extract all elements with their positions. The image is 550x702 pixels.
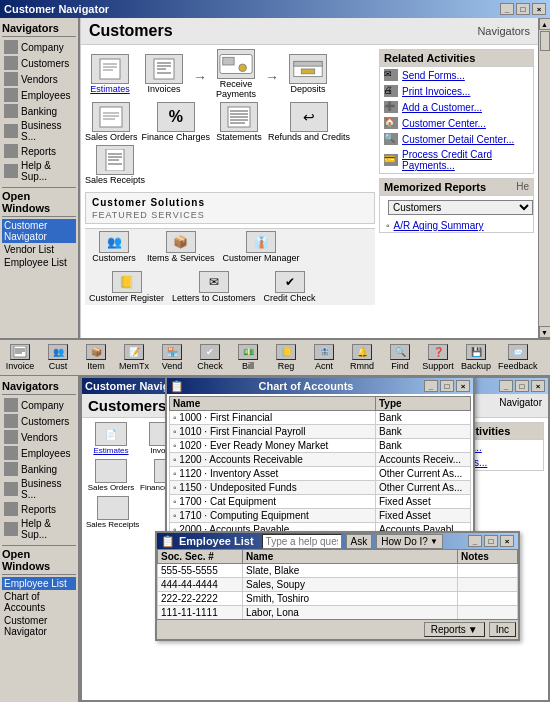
table-row[interactable]: ◦ 1710 · Computing EquipmentFixed Asset: [170, 509, 471, 523]
emp-max-btn[interactable]: □: [484, 535, 498, 547]
bottom-nav-vendors[interactable]: Vendors: [2, 429, 76, 445]
nav-item-banking[interactable]: Banking: [2, 103, 76, 119]
bottom-nav-employees[interactable]: Employees: [2, 445, 76, 461]
toolbar-find[interactable]: 🔍 Find: [384, 344, 416, 371]
table-row[interactable]: 555-55-5555Slate, Blake: [158, 564, 518, 578]
table-row[interactable]: ◦ 1020 · Ever Ready Money MarketBank: [170, 439, 471, 453]
nav-item-business[interactable]: Business S...: [2, 119, 76, 143]
emp-ask-btn[interactable]: Ask: [346, 534, 373, 549]
customer-register-icon[interactable]: 📒 Customer Register: [89, 271, 164, 303]
toolbar-bill[interactable]: 💵 Bill: [232, 344, 264, 371]
emp-inc-btn[interactable]: Inc: [489, 622, 516, 637]
ra-customer-detail[interactable]: 🔍 Customer Detail Center...: [380, 131, 533, 147]
bottom-toolbar: Invoice 👥 Cust 📦 Item 📝 MemTx 🏪 Vend ✔ C…: [0, 340, 550, 376]
toolbar-cust[interactable]: 👥 Cust: [42, 344, 74, 371]
bottom-estimates[interactable]: 📄 Estimates: [86, 422, 136, 455]
bottom-nav-label: Navigator: [499, 397, 542, 414]
open-window-employee-list[interactable]: Employee List: [2, 256, 76, 269]
business-icon: [4, 124, 18, 138]
finance-charges-icon-item[interactable]: % Finance Charges: [142, 102, 211, 143]
scroll-down[interactable]: ▼: [539, 326, 551, 338]
mr-dropdown[interactable]: Customers: [388, 200, 533, 215]
emp-help-input[interactable]: [262, 534, 342, 549]
table-row[interactable]: 222-22-2222Smith, Toshiro: [158, 592, 518, 606]
cs-subtitle: FEATURED SERVICES: [92, 210, 205, 220]
nav-item-reports[interactable]: Reports: [2, 143, 76, 159]
nav-item-company[interactable]: Company: [2, 39, 76, 55]
customers-bottom-icon[interactable]: 👥 Customers: [89, 231, 139, 263]
toolbar-check[interactable]: ✔ Check: [194, 344, 226, 371]
bottom-nav-banking[interactable]: Banking: [2, 461, 76, 477]
table-row[interactable]: ◦ 1700 · Cat EquipmentFixed Asset: [170, 495, 471, 509]
bottom-nav-customers[interactable]: Customers: [2, 413, 76, 429]
bottom-ow-employee[interactable]: Employee List: [2, 577, 76, 590]
letters-icon[interactable]: ✉ Letters to Customers: [172, 271, 256, 303]
bottom-cust-min[interactable]: _: [499, 380, 513, 392]
table-row[interactable]: ◦ 1200 · Accounts ReceivableAccounts Rec…: [170, 453, 471, 467]
bottom-ow-custnav[interactable]: Customer Navigator: [2, 614, 76, 638]
table-row[interactable]: ◦ 1010 · First Financial PayrollBank: [170, 425, 471, 439]
open-window-vendor-list[interactable]: Vendor List: [2, 243, 76, 256]
bottom-sales-receipts[interactable]: Sales Receipts: [86, 496, 139, 529]
emp-min-btn[interactable]: _: [468, 535, 482, 547]
scroll-thumb[interactable]: [540, 31, 550, 51]
credit-check-icon[interactable]: ✔ Credit Check: [264, 271, 316, 303]
statements-icon-item[interactable]: Statements: [214, 102, 264, 143]
scroll-up[interactable]: ▲: [539, 18, 551, 30]
open-window-customer-nav[interactable]: Customer Navigator: [2, 219, 76, 243]
toolbar-backup[interactable]: 💾 Backup: [460, 344, 492, 371]
toolbar-vend[interactable]: 🏪 Vend: [156, 344, 188, 371]
sales-orders-icon-item[interactable]: Sales Orders: [85, 102, 138, 143]
invoices-icon-item[interactable]: Invoices: [139, 54, 189, 95]
bottom-ow-coa[interactable]: Chart of Accounts: [2, 590, 76, 614]
sales-receipts-icon-item[interactable]: Sales Receipts: [85, 145, 145, 186]
bottom-cust-max[interactable]: □: [515, 380, 529, 392]
refunds-icon-item[interactable]: ↩ Refunds and Credits: [268, 102, 350, 143]
bottom-sales-orders[interactable]: Sales Orders: [86, 459, 136, 492]
maximize-button[interactable]: □: [516, 3, 530, 15]
table-row[interactable]: ◦ 1150 · Undeposited FundsOther Current …: [170, 481, 471, 495]
ra-customer-center[interactable]: 🏠 Customer Center...: [380, 115, 533, 131]
toolbar-item[interactable]: 📦 Item: [80, 344, 112, 371]
toolbar-invoice[interactable]: Invoice: [4, 344, 36, 371]
bottom-nav-business[interactable]: Business S...: [2, 477, 76, 501]
emp-close-btn[interactable]: ×: [500, 535, 514, 547]
mr-aging-item[interactable]: ◦ A/R Aging Summary: [380, 219, 533, 232]
toolbar-memtx[interactable]: 📝 MemTx: [118, 344, 150, 371]
estimates-icon-item[interactable]: Estimates: [85, 54, 135, 95]
bottom-business-icon: [4, 482, 18, 496]
ra-send-forms[interactable]: ✉ Send Forms...: [380, 67, 533, 83]
ra-print-invoices[interactable]: 🖨 Print Invoices...: [380, 83, 533, 99]
customer-manager-icon[interactable]: 👔 Customer Manager: [223, 231, 300, 263]
nav-item-help[interactable]: Help & Sup...: [2, 159, 76, 183]
toolbar-acnt[interactable]: 🏦 Acnt: [308, 344, 340, 371]
toolbar-rmnd[interactable]: 🔔 Rmnd: [346, 344, 378, 371]
bottom-nav-company[interactable]: Company: [2, 397, 76, 413]
close-button[interactable]: ×: [532, 3, 546, 15]
coa-max-btn[interactable]: □: [440, 380, 454, 392]
items-services-icon[interactable]: 📦 Items & Services: [147, 231, 215, 263]
receive-payments-icon-item[interactable]: Receive Payments: [211, 49, 261, 100]
toolbar-reg[interactable]: 📒 Reg: [270, 344, 302, 371]
deposits-icon-item[interactable]: Deposits: [283, 54, 333, 95]
table-row[interactable]: ◦ 1120 · Inventory AssetOther Current As…: [170, 467, 471, 481]
emp-reports-btn[interactable]: Reports ▼: [424, 622, 485, 637]
bottom-cust-close[interactable]: ×: [531, 380, 545, 392]
bottom-nav-reports[interactable]: Reports: [2, 501, 76, 517]
nav-item-employees[interactable]: Employees: [2, 87, 76, 103]
nav-item-customers[interactable]: Customers: [2, 55, 76, 71]
table-row[interactable]: 111-11-1111Labor, Lona: [158, 606, 518, 620]
ra-add-customer[interactable]: ➕ Add a Customer...: [380, 99, 533, 115]
ra-credit-card[interactable]: 💳 Process Credit Card Payments...: [380, 147, 533, 173]
bottom-icons-row: 👥 Customers 📦 Items & Services 👔 Custome…: [85, 228, 375, 305]
table-row[interactable]: ◦ 1000 · First FinancialBank: [170, 411, 471, 425]
toolbar-support[interactable]: ❓ Support: [422, 344, 454, 371]
coa-close-btn[interactable]: ×: [456, 380, 470, 392]
bottom-nav-help[interactable]: Help & Sup...: [2, 517, 76, 541]
coa-min-btn[interactable]: _: [424, 380, 438, 392]
toolbar-feedback[interactable]: 📨 Feedback: [498, 344, 538, 371]
minimize-button[interactable]: _: [500, 3, 514, 15]
nav-item-vendors[interactable]: Vendors: [2, 71, 76, 87]
table-row[interactable]: 444-44-4444Sales, Soupy: [158, 578, 518, 592]
emp-howdoi-btn[interactable]: How Do I? ▼: [376, 534, 443, 549]
